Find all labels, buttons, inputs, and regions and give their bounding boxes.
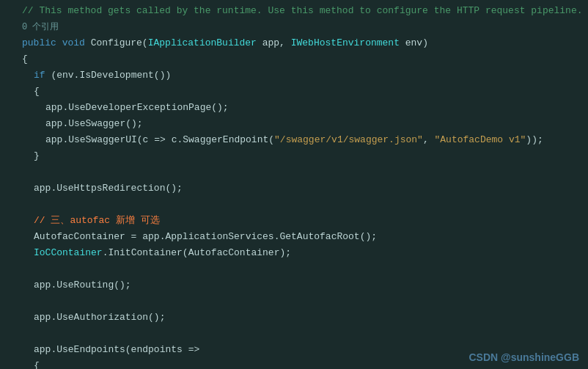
https-redirect-call: app.UseHttpsRedirection(); (22, 181, 588, 196)
code-line-empty5 (0, 326, 588, 342)
watermark: CSDN @sunshineGGB (468, 351, 579, 363)
code-line-if: if (env.IsDevelopment()) (0, 67, 588, 84)
dev-exception-call: app.UseDeveloperExceptionPage(); (22, 101, 588, 115)
code-editor: // This method gets called by the runtim… (0, 0, 588, 369)
code-line-https: app.UseHttpsRedirection(); (0, 180, 588, 197)
code-line-empty4 (0, 293, 588, 310)
code-line-1: // This method gets called by the runtim… (0, 3, 588, 19)
brace-open: { (22, 52, 588, 67)
if-statement: if (env.IsDevelopment()) (22, 68, 588, 83)
empty-line (22, 197, 588, 212)
code-line-brace-open: { (0, 51, 588, 67)
code-line-auth: app.UseAuthorization(); (0, 310, 588, 326)
code-line-ref: 0 个引用 (0, 19, 588, 35)
empty-line (22, 294, 588, 309)
reference-info: 0 个引用 (22, 20, 588, 34)
auth-call: app.UseAuthorization(); (22, 310, 588, 325)
swagger-call: app.UseSwagger(); (22, 117, 588, 131)
code-line-chinese-comment: // 三、autofac 新增 可选 (0, 213, 588, 229)
code-line-routing: app.UseRouting(); (0, 277, 588, 293)
code-line-autofac: AutofacContainer = app.ApplicationServic… (0, 229, 588, 245)
empty-line (22, 165, 588, 180)
empty-line (22, 262, 588, 277)
chinese-comment-line: // 三、autofac 新增 可选 (22, 213, 588, 228)
code-line-if-brace: { (0, 84, 588, 100)
code-line-empty2 (0, 197, 588, 213)
ioc-init-call: IoCContainer.InitContainer(AutofacContai… (22, 246, 588, 260)
code-line-devpage: app.UseDeveloperExceptionPage(); (0, 100, 588, 116)
if-brace-close: } (22, 149, 588, 164)
autofac-assign: AutofacContainer = app.ApplicationServic… (22, 230, 588, 244)
swaggerui-call: app.UseSwaggerUI(c => c.SwaggerEndpoint(… (22, 133, 588, 147)
code-line-signature: public void Configure(IApplicationBuilde… (0, 35, 588, 51)
code-line-if-close: } (0, 148, 588, 164)
code-line-ioc: IoCContainer.InitContainer(AutofacContai… (0, 245, 588, 261)
if-brace-open: { (22, 84, 588, 99)
code-line-empty1 (0, 164, 588, 180)
routing-call: app.UseRouting(); (22, 278, 588, 293)
method-signature: public void Configure(IApplicationBuilde… (22, 36, 588, 51)
comment-line: // This method gets called by the runtim… (22, 4, 588, 18)
code-line-swagger: app.UseSwagger(); (0, 116, 588, 132)
code-line-swaggerui: app.UseSwaggerUI(c => c.SwaggerEndpoint(… (0, 132, 588, 148)
empty-line (22, 326, 588, 341)
code-line-empty3 (0, 261, 588, 277)
